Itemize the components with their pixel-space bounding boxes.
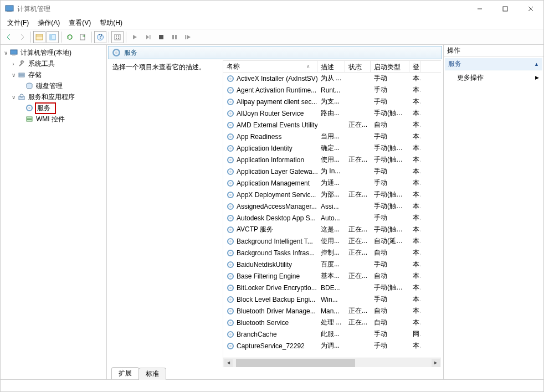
- service-row[interactable]: Background Intelligent T...使用...正在...自动(…: [223, 235, 441, 247]
- tree-services[interactable]: 服务: [2, 102, 105, 114]
- actions-more[interactable]: 更多操作 ▶: [445, 71, 542, 84]
- service-row[interactable]: App Readiness当用...手动本: [223, 131, 441, 142]
- cell-startup: 手动: [371, 213, 409, 223]
- service-row[interactable]: Autodesk Desktop App S...Auto...手动本: [223, 212, 441, 224]
- tree-wmi[interactable]: WMI 控件: [2, 114, 105, 125]
- col-logon[interactable]: 登: [409, 61, 420, 72]
- cell-logon: 本: [409, 283, 420, 292]
- svg-point-60: [229, 205, 232, 208]
- col-startup[interactable]: 启动类型: [371, 61, 409, 72]
- menu-view[interactable]: 查看(V): [64, 17, 95, 29]
- scroll-left-icon[interactable]: ◄: [224, 359, 233, 367]
- close-button[interactable]: [518, 1, 543, 17]
- svg-point-36: [115, 51, 118, 54]
- cell-name: Application Identity: [223, 145, 317, 152]
- tree-services-apps[interactable]: ∨ 服务和应用程序: [2, 91, 105, 102]
- tree-system-tools[interactable]: › 系统工具: [2, 58, 105, 69]
- menu-action[interactable]: 操作(A): [33, 17, 64, 29]
- navigation-tree[interactable]: ∨ 计算机管理(本地) › 系统工具 ∨ 存储 磁盘管理 ∨ 服务和应用程序 服…: [1, 45, 107, 379]
- tree-disk-mgmt[interactable]: 磁盘管理: [2, 80, 105, 91]
- cell-name: AVCTP 服务: [223, 225, 317, 234]
- service-row[interactable]: Application Information使用...正在...手动(触发..…: [223, 154, 441, 166]
- svg-rect-14: [116, 35, 117, 37]
- cell-startup: 手动: [371, 260, 409, 269]
- expand-icon[interactable]: ›: [9, 61, 17, 67]
- cell-startup: 手动(触发...: [371, 190, 409, 199]
- menu-file[interactable]: 文件(F): [3, 17, 33, 29]
- show-hide-tree-button[interactable]: [33, 31, 45, 43]
- col-status[interactable]: 状态: [345, 61, 371, 72]
- minimize-button[interactable]: [467, 1, 492, 17]
- svg-rect-24: [12, 55, 16, 55]
- service-row[interactable]: Application Identity确定...手动(触发...本: [223, 142, 441, 154]
- service-row[interactable]: CaptureService_72292为调...手动本: [223, 340, 441, 352]
- scroll-right-icon[interactable]: ►: [432, 359, 440, 367]
- tree-root[interactable]: ∨ 计算机管理(本地): [2, 47, 105, 58]
- svg-point-52: [229, 159, 232, 161]
- service-row[interactable]: AppX Deployment Servic...为部...正在...手动(触发…: [223, 189, 441, 200]
- tab-extended[interactable]: 扩展: [111, 367, 139, 379]
- collapse-icon[interactable]: ∨: [2, 50, 9, 56]
- tab-standard[interactable]: 标准: [138, 368, 166, 380]
- service-row[interactable]: AVCTP 服务这是...正在...手动(触发...本: [223, 224, 441, 235]
- step-button[interactable]: [142, 31, 154, 43]
- maximize-button[interactable]: [492, 1, 518, 17]
- service-row[interactable]: Bluetooth Driver Manage...Man...正在...自动本: [223, 305, 441, 317]
- large-icons-button[interactable]: [111, 31, 124, 43]
- cell-startup: 手动(触发...: [371, 109, 409, 118]
- cell-startup: 手动: [371, 85, 409, 95]
- service-row[interactable]: AllJoyn Router Service路由...手动(触发...本: [223, 107, 441, 119]
- toolbar-separator: [126, 32, 126, 43]
- service-row[interactable]: Application Management为通...手动本: [223, 177, 441, 189]
- collapse-icon[interactable]: ∨: [9, 72, 17, 78]
- gear-icon: [112, 48, 121, 57]
- service-row[interactable]: Background Tasks Infras...控制...正在...自动本: [223, 247, 441, 259]
- svg-rect-3: [503, 7, 507, 11]
- cell-desc: BDE...: [317, 284, 345, 292]
- help-button[interactable]: ?: [94, 31, 106, 43]
- tree-storage[interactable]: ∨ 存储: [2, 69, 105, 80]
- collapse-icon[interactable]: ∨: [9, 94, 17, 100]
- service-row[interactable]: Block Level Backup Engi...Win...手动本: [223, 293, 441, 305]
- svg-point-84: [229, 345, 232, 347]
- cell-name: BitLocker Drive Encryptio...: [223, 284, 317, 292]
- service-row[interactable]: AMD External Events Utility正在...自动本: [223, 119, 441, 131]
- menu-help[interactable]: 帮助(H): [95, 17, 127, 29]
- cell-name: CaptureService_72292: [223, 342, 317, 350]
- stop-button[interactable]: [155, 31, 167, 43]
- service-row[interactable]: Alipay payment client sec...为支...手动本: [223, 96, 441, 107]
- cell-startup: 自动: [371, 306, 409, 316]
- col-name[interactable]: 名称∧: [223, 61, 317, 72]
- svg-rect-13: [115, 34, 120, 40]
- window-buttons: [467, 1, 543, 17]
- svg-rect-26: [19, 75, 24, 77]
- cell-desc: 路由...: [317, 109, 345, 118]
- export-button[interactable]: [77, 31, 89, 43]
- service-row[interactable]: ActiveX Installer (AxInstSV)为从 ...手动本: [223, 73, 441, 84]
- svg-rect-6: [36, 34, 43, 40]
- service-row[interactable]: BaiduNetdiskUtility百度...手动本: [223, 259, 441, 270]
- cell-startup: 手动: [371, 295, 409, 304]
- svg-rect-19: [159, 35, 163, 39]
- service-row[interactable]: Base Filtering Engine基本...正在...自动本: [223, 270, 441, 282]
- refresh-button[interactable]: [64, 31, 76, 43]
- tree-label: 磁盘管理: [35, 81, 64, 91]
- horizontal-scrollbar[interactable]: ◄ ►: [223, 358, 441, 367]
- service-row[interactable]: Agent Activation Runtime...Runt...手动本: [223, 84, 441, 96]
- properties-button[interactable]: [47, 31, 59, 43]
- grid-body[interactable]: ActiveX Installer (AxInstSV)为从 ...手动本Age…: [223, 73, 441, 358]
- service-row[interactable]: AssignedAccessManager...Assi...手动(触发...本: [223, 200, 441, 212]
- service-row[interactable]: Application Layer Gatewa...为 In...手动本: [223, 166, 441, 177]
- pause-button[interactable]: [168, 31, 181, 43]
- service-row[interactable]: Bluetooth Service处理 ...正在...自动本: [223, 317, 441, 328]
- cell-logon: 本: [409, 202, 420, 211]
- service-row[interactable]: BranchCache此服...手动网: [223, 328, 441, 340]
- restart-button[interactable]: [182, 31, 194, 43]
- forward-button[interactable]: [16, 31, 28, 43]
- play-button[interactable]: [129, 31, 141, 43]
- col-desc[interactable]: 描述: [317, 61, 345, 72]
- actions-section[interactable]: 服务 ▲: [445, 58, 542, 70]
- service-row[interactable]: BitLocker Drive Encryptio...BDE...手动(触发.…: [223, 282, 441, 293]
- cell-status: 正在...: [345, 120, 371, 130]
- back-button[interactable]: [3, 31, 15, 43]
